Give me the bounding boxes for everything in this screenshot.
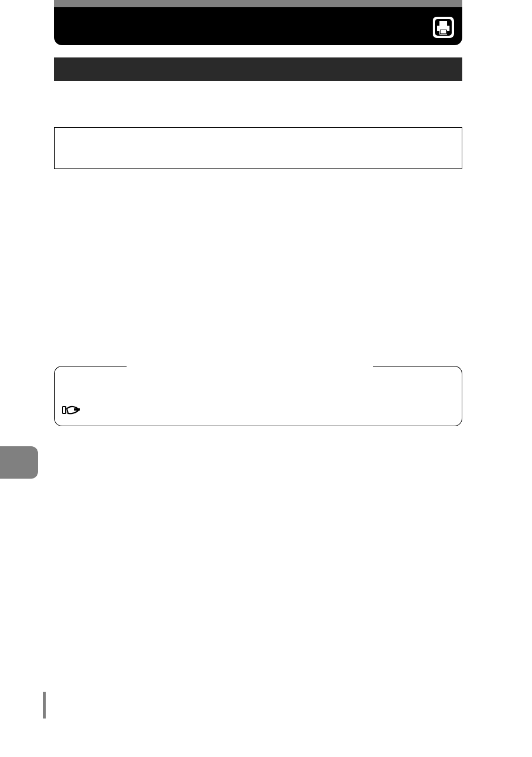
svg-rect-2	[439, 21, 447, 26]
printer-icon	[432, 16, 454, 38]
callout-border-top-left	[54, 366, 127, 374]
callout-border-top-right	[373, 366, 462, 374]
section-heading-band	[54, 57, 462, 81]
page-root	[0, 0, 532, 757]
footer-rule	[43, 692, 46, 719]
chapter-header	[54, 7, 462, 45]
note-box	[54, 127, 462, 169]
point-hand-icon	[62, 404, 81, 416]
svg-rect-8	[63, 407, 65, 413]
top-gray-bar	[54, 0, 462, 7]
chapter-side-tab	[0, 446, 38, 479]
svg-rect-6	[441, 30, 446, 33]
reference-callout	[54, 360, 462, 426]
callout-body	[54, 373, 462, 426]
